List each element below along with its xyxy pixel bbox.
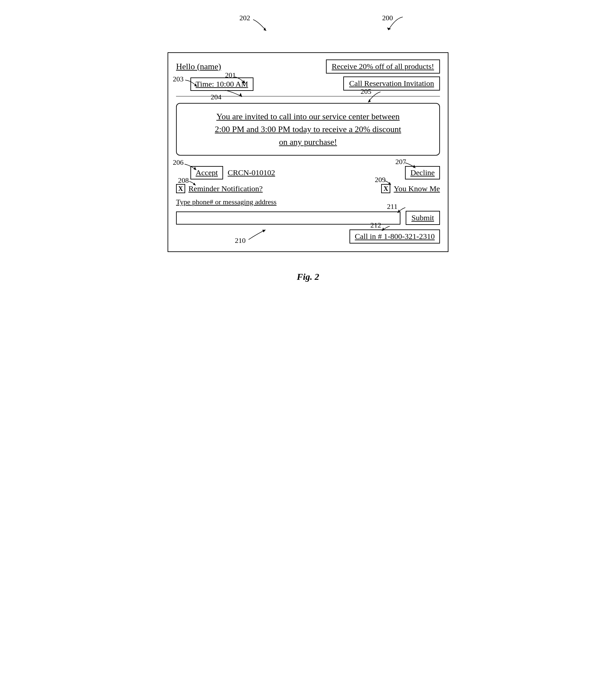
crcn-text: CRCN-010102: [228, 168, 275, 177]
curve-210-svg: [247, 228, 267, 241]
svg-marker-8: [193, 183, 196, 185]
phone-label-text: Type phone# or messaging address: [176, 198, 277, 206]
youknow-label: You Know Me: [394, 184, 440, 193]
reminder-label: Reminder Notification?: [189, 184, 263, 193]
phone-input[interactable]: [176, 211, 400, 225]
svg-marker-0: [387, 27, 391, 30]
svg-marker-10: [397, 210, 400, 213]
label-204: 204: [211, 93, 221, 101]
input-submit-row: 211 Submit: [176, 211, 440, 225]
reminder-checkbox[interactable]: X: [176, 184, 185, 193]
label-203: 203: [173, 75, 183, 83]
invitation-section: You are invited to call into our service…: [176, 103, 440, 155]
youknow-group: 209 X You Know Me: [381, 184, 440, 193]
top-section: Hello (name) 201 Receive 20% off of all …: [176, 60, 440, 97]
diagram-container: Hello (name) 201 Receive 20% off of all …: [168, 52, 448, 252]
reminder-youknow-row: 208 X Reminder Notification? 209: [176, 184, 440, 193]
curve-207-svg: [404, 162, 417, 170]
label-202: 202: [239, 14, 250, 22]
accept-decline-row: 206 Accept CRCN-010102 207: [176, 166, 440, 180]
invitation-text: You are invited to call into our service…: [186, 110, 430, 148]
curve-202-svg: [252, 18, 268, 33]
callin-box: Call in # 1-800-321-2310: [350, 229, 440, 244]
label-210: 210: [235, 236, 246, 245]
svg-marker-9: [388, 182, 391, 185]
phone-label-row: Type phone# or messaging address: [176, 198, 440, 206]
invitation-wrapper: 205 You are invited to call into our ser…: [176, 103, 440, 155]
receive-box: Receive 20% off of all products!: [326, 60, 440, 74]
submit-button[interactable]: Submit: [406, 211, 440, 225]
page-wrapper: 200 202 Hello (name) 201: [161, 13, 455, 282]
callin-row: 210 212 Call in # 1-800-321-2310: [176, 229, 440, 244]
accept-group: Accept CRCN-010102: [191, 166, 275, 180]
decline-wrapper: 207 Decline: [405, 166, 440, 180]
top-row-2: 203 Time: 10:00 AM 204 Call: [176, 76, 440, 91]
curve-212-svg: [380, 225, 392, 233]
curve-200-svg: [386, 16, 405, 33]
label-206: 206: [173, 158, 183, 167]
curve-209-svg: [383, 180, 392, 186]
curve-208-svg: [188, 180, 197, 187]
figure-caption: Fig. 2: [297, 272, 319, 282]
curve-204-svg: [224, 89, 243, 99]
label-208: 208: [178, 176, 189, 185]
curve-206-svg: [183, 163, 198, 172]
top-row-1: Hello (name) 201 Receive 20% off of all …: [176, 60, 440, 74]
hello-name-text: Hello (name): [176, 62, 221, 71]
time-box: Time: 10:00 AM 204: [191, 78, 254, 91]
bottom-section: 206 Accept CRCN-010102 207: [176, 161, 440, 244]
call-reservation-box: Call Reservation Invitation: [343, 77, 440, 90]
curve-211-svg: [396, 206, 407, 215]
curve-205-svg: [366, 90, 382, 104]
callin-wrapper: 212 Call in # 1-800-321-2310: [350, 229, 440, 244]
